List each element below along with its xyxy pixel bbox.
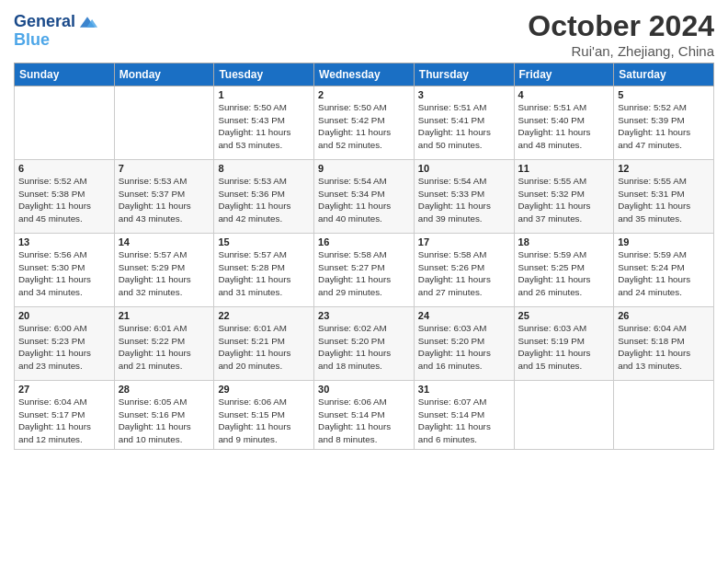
logo-text: General [14,13,75,31]
day-number: 24 [418,310,510,321]
table-row: 1Sunrise: 5:50 AM Sunset: 5:43 PM Daylig… [214,86,314,160]
table-row: 19Sunrise: 5:59 AM Sunset: 5:24 PM Dayli… [614,234,714,307]
day-number: 28 [119,384,210,395]
day-number: 31 [418,384,510,395]
col-wednesday: Wednesday [314,63,415,86]
day-info: Sunrise: 6:00 AM Sunset: 5:23 PM Dayligh… [18,322,110,373]
day-number: 13 [18,236,110,247]
table-row: 17Sunrise: 5:58 AM Sunset: 5:26 PM Dayli… [414,234,514,307]
table-row: 9Sunrise: 5:54 AM Sunset: 5:34 PM Daylig… [314,160,415,234]
table-row: 4Sunrise: 5:51 AM Sunset: 5:40 PM Daylig… [514,86,614,160]
table-row: 26Sunrise: 6:04 AM Sunset: 5:18 PM Dayli… [614,307,714,381]
title-block: October 2024 Rui'an, Zhejiang, China [528,9,714,59]
table-row: 31Sunrise: 6:07 AM Sunset: 5:14 PM Dayli… [414,381,514,450]
table-row: 6Sunrise: 5:52 AM Sunset: 5:38 PM Daylig… [15,160,115,234]
day-number: 8 [218,163,310,174]
day-number: 9 [318,163,410,174]
day-info: Sunrise: 5:53 AM Sunset: 5:37 PM Dayligh… [119,175,210,225]
day-info: Sunrise: 5:57 AM Sunset: 5:29 PM Dayligh… [119,248,210,299]
day-number: 3 [418,89,510,100]
table-row [114,86,214,160]
day-number: 10 [418,163,510,174]
table-row: 27Sunrise: 6:04 AM Sunset: 5:17 PM Dayli… [15,381,115,450]
location: Rui'an, Zhejiang, China [528,43,714,59]
day-info: Sunrise: 5:50 AM Sunset: 5:42 PM Dayligh… [318,101,410,152]
day-number: 26 [618,310,710,321]
day-info: Sunrise: 5:54 AM Sunset: 5:34 PM Dayligh… [318,175,410,225]
table-row: 25Sunrise: 6:03 AM Sunset: 5:19 PM Dayli… [514,307,614,381]
table-row: 29Sunrise: 6:06 AM Sunset: 5:15 PM Dayli… [214,381,314,450]
day-number: 2 [318,89,410,100]
day-info: Sunrise: 5:51 AM Sunset: 5:41 PM Dayligh… [418,101,510,152]
day-info: Sunrise: 5:54 AM Sunset: 5:33 PM Dayligh… [418,175,510,225]
table-row: 23Sunrise: 6:02 AM Sunset: 5:20 PM Dayli… [314,307,415,381]
table-row: 28Sunrise: 6:05 AM Sunset: 5:16 PM Dayli… [114,381,214,450]
col-saturday: Saturday [614,63,714,86]
day-info: Sunrise: 6:05 AM Sunset: 5:16 PM Dayligh… [119,396,210,446]
day-info: Sunrise: 6:03 AM Sunset: 5:20 PM Dayligh… [418,322,510,373]
table-row: 14Sunrise: 5:57 AM Sunset: 5:29 PM Dayli… [114,234,214,307]
day-info: Sunrise: 6:06 AM Sunset: 5:15 PM Dayligh… [218,396,310,446]
day-info: Sunrise: 5:59 AM Sunset: 5:25 PM Dayligh… [518,248,610,299]
table-row: 3Sunrise: 5:51 AM Sunset: 5:41 PM Daylig… [414,86,514,160]
table-row [514,381,614,450]
table-row [614,381,714,450]
table-row: 13Sunrise: 5:56 AM Sunset: 5:30 PM Dayli… [15,234,115,307]
day-number: 15 [218,236,310,247]
col-thursday: Thursday [414,63,514,86]
logo-blue: Blue [14,31,97,50]
day-number: 14 [119,236,210,247]
day-info: Sunrise: 6:04 AM Sunset: 5:17 PM Dayligh… [18,396,110,446]
day-number: 29 [218,384,310,395]
table-row: 12Sunrise: 5:55 AM Sunset: 5:31 PM Dayli… [614,160,714,234]
calendar-header-row: Sunday Monday Tuesday Wednesday Thursday… [15,63,714,86]
day-info: Sunrise: 5:50 AM Sunset: 5:43 PM Dayligh… [218,101,310,152]
table-row [15,86,115,160]
day-info: Sunrise: 5:52 AM Sunset: 5:38 PM Dayligh… [18,175,110,225]
table-row: 11Sunrise: 5:55 AM Sunset: 5:32 PM Dayli… [514,160,614,234]
day-number: 22 [218,310,310,321]
day-number: 4 [518,89,610,100]
day-number: 25 [518,310,610,321]
day-info: Sunrise: 5:51 AM Sunset: 5:40 PM Dayligh… [518,101,610,152]
table-row: 8Sunrise: 5:53 AM Sunset: 5:36 PM Daylig… [214,160,314,234]
day-number: 21 [119,310,210,321]
day-info: Sunrise: 6:01 AM Sunset: 5:21 PM Dayligh… [218,322,310,373]
day-info: Sunrise: 6:03 AM Sunset: 5:19 PM Dayligh… [518,322,610,373]
table-row: 5Sunrise: 5:52 AM Sunset: 5:39 PM Daylig… [614,86,714,160]
day-info: Sunrise: 6:04 AM Sunset: 5:18 PM Dayligh… [618,322,710,373]
day-info: Sunrise: 5:55 AM Sunset: 5:32 PM Dayligh… [518,175,610,225]
header: General Blue October 2024 Rui'an, Zhejia… [14,9,714,59]
day-info: Sunrise: 5:53 AM Sunset: 5:36 PM Dayligh… [218,175,310,225]
day-number: 18 [518,236,610,247]
table-row: 16Sunrise: 5:58 AM Sunset: 5:27 PM Dayli… [314,234,415,307]
table-row: 24Sunrise: 6:03 AM Sunset: 5:20 PM Dayli… [414,307,514,381]
day-number: 30 [318,384,410,395]
day-info: Sunrise: 5:52 AM Sunset: 5:39 PM Dayligh… [618,101,710,152]
logo-icon [77,14,97,30]
day-info: Sunrise: 6:02 AM Sunset: 5:20 PM Dayligh… [318,322,410,373]
table-row: 10Sunrise: 5:54 AM Sunset: 5:33 PM Dayli… [414,160,514,234]
page-container: General Blue October 2024 Rui'an, Zhejia… [0,0,728,459]
logo: General Blue [14,13,97,50]
day-number: 7 [119,163,210,174]
col-friday: Friday [514,63,614,86]
table-row: 22Sunrise: 6:01 AM Sunset: 5:21 PM Dayli… [214,307,314,381]
day-number: 27 [18,384,110,395]
day-number: 19 [618,236,710,247]
day-number: 12 [618,163,710,174]
day-number: 1 [218,89,310,100]
table-row: 18Sunrise: 5:59 AM Sunset: 5:25 PM Dayli… [514,234,614,307]
day-info: Sunrise: 6:06 AM Sunset: 5:14 PM Dayligh… [318,396,410,446]
day-number: 16 [318,236,410,247]
month-title: October 2024 [528,9,714,43]
table-row: 7Sunrise: 5:53 AM Sunset: 5:37 PM Daylig… [114,160,214,234]
day-number: 23 [318,310,410,321]
day-info: Sunrise: 6:01 AM Sunset: 5:22 PM Dayligh… [119,322,210,373]
day-info: Sunrise: 5:57 AM Sunset: 5:28 PM Dayligh… [218,248,310,299]
day-info: Sunrise: 5:58 AM Sunset: 5:26 PM Dayligh… [418,248,510,299]
col-tuesday: Tuesday [214,63,314,86]
day-number: 5 [618,89,710,100]
calendar: Sunday Monday Tuesday Wednesday Thursday… [14,63,714,450]
day-info: Sunrise: 6:07 AM Sunset: 5:14 PM Dayligh… [418,396,510,446]
